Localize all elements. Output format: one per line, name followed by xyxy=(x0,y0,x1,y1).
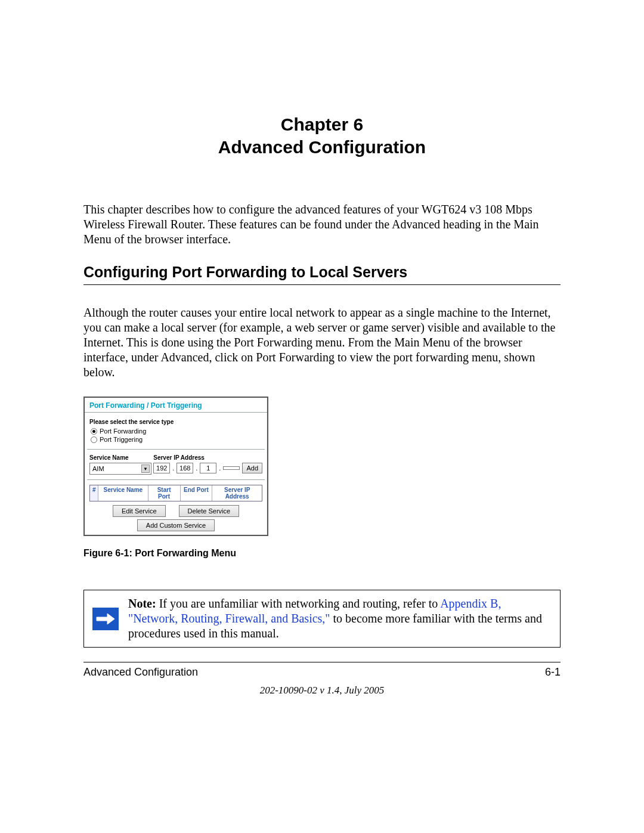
delete-service-button[interactable]: Delete Service xyxy=(179,505,240,517)
note-icon-wrap xyxy=(92,596,119,641)
server-ip-label: Server IP Address xyxy=(153,454,262,461)
note-prefix: Note: xyxy=(128,597,156,610)
add-button[interactable]: Add xyxy=(242,463,262,473)
th-end-port: End Port xyxy=(181,485,213,501)
footer-right: 6-1 xyxy=(545,666,561,679)
panel-title: Port Forwarding / Port Triggering xyxy=(85,398,267,413)
ip-octet-4[interactable] xyxy=(223,466,240,470)
ip-octet-2[interactable]: 168 xyxy=(177,463,193,473)
panel-separator xyxy=(87,479,265,480)
select-value: AIM xyxy=(92,465,104,472)
note-text-1: If you are unfamiliar with networking an… xyxy=(156,597,441,610)
ip-dot: . xyxy=(219,465,221,472)
radio-port-triggering[interactable]: Port Triggering xyxy=(85,436,267,444)
router-panel-screenshot: Port Forwarding / Port Triggering Please… xyxy=(83,397,268,536)
chapter-number: Chapter 6 xyxy=(83,113,561,136)
section-heading: Configuring Port Forwarding to Local Ser… xyxy=(83,264,561,285)
ip-dot: . xyxy=(172,465,174,472)
chapter-title: Chapter 6 Advanced Configuration xyxy=(83,113,561,158)
radio-icon xyxy=(91,428,97,435)
server-ip-inputs: 192 . 168 . 1 . Add xyxy=(153,463,262,473)
note-box: Note: If you are unfamiliar with network… xyxy=(83,590,561,648)
figure-caption: Figure 6-1: Port Forwarding Menu xyxy=(83,548,561,559)
th-service-name: Service Name xyxy=(98,485,148,501)
services-table-header: # Service Name Start Port End Port Serve… xyxy=(89,485,262,501)
document-meta: 202-10090-02 v 1.4, July 2005 xyxy=(83,685,561,696)
panel-subhead: Please select the service type xyxy=(85,413,267,428)
figure-wrap: Port Forwarding / Port Triggering Please… xyxy=(83,397,561,559)
service-row: Service Name AIM ▼ Server IP Address 192… xyxy=(85,454,267,475)
document-page: Chapter 6 Advanced Configuration This ch… xyxy=(0,0,644,833)
section-paragraph: Although the router causes your entire l… xyxy=(83,305,561,380)
th-hash: # xyxy=(90,485,98,501)
radio-port-forwarding[interactable]: Port Forwarding xyxy=(85,428,267,436)
panel-separator xyxy=(87,449,265,450)
radio-label: Port Triggering xyxy=(100,436,143,443)
ip-octet-3[interactable]: 1 xyxy=(200,463,216,473)
ip-octet-1[interactable]: 192 xyxy=(153,463,170,473)
page-footer: Advanced Configuration 6-1 xyxy=(83,662,561,679)
service-name-label: Service Name xyxy=(89,454,151,461)
chevron-down-icon: ▼ xyxy=(141,465,150,473)
footer-left: Advanced Configuration xyxy=(83,666,198,679)
th-server-ip: Server IP Address xyxy=(212,485,262,501)
intro-paragraph: This chapter describes how to configure … xyxy=(83,202,561,247)
note-text: Note: If you are unfamiliar with network… xyxy=(128,596,552,641)
service-name-select[interactable]: AIM ▼ xyxy=(89,463,151,475)
button-row: Edit Service Delete Service xyxy=(85,505,267,517)
chapter-name: Advanced Configuration xyxy=(83,136,561,159)
th-start-port: Start Port xyxy=(148,485,181,501)
ip-dot: . xyxy=(196,465,197,472)
radio-label: Port Forwarding xyxy=(100,428,146,435)
add-custom-service-button[interactable]: Add Custom Service xyxy=(137,519,215,531)
button-row-2: Add Custom Service xyxy=(85,519,267,531)
arrow-right-icon xyxy=(92,608,119,630)
edit-service-button[interactable]: Edit Service xyxy=(113,505,166,517)
radio-icon xyxy=(91,436,97,443)
